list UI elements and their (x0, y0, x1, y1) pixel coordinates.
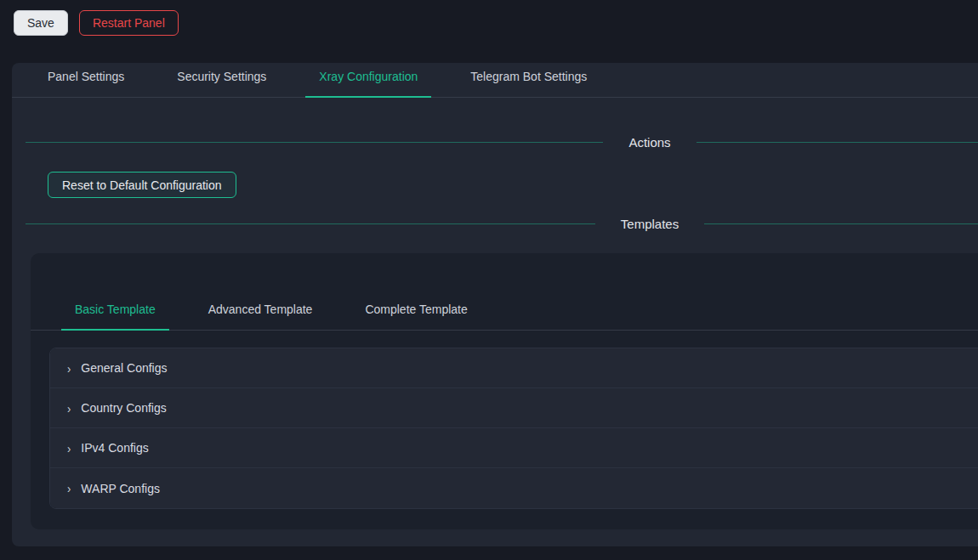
actions-divider-label: Actions (603, 135, 696, 150)
templates-card: Basic Template Advanced Template Complet… (31, 253, 978, 529)
tab-basic-template[interactable]: Basic Template (61, 296, 169, 331)
topbar: Save Restart Panel (0, 0, 978, 42)
collapse-row-country-configs[interactable]: › Country Configs (50, 388, 978, 428)
chevron-right-icon: › (67, 442, 71, 455)
actions-divider: Actions (26, 135, 978, 150)
collapse-row-label: IPv4 Configs (81, 441, 148, 455)
collapse-row-ipv4-configs[interactable]: › IPv4 Configs (50, 428, 978, 468)
chevron-right-icon: › (67, 402, 71, 415)
collapse-row-label: Country Configs (81, 401, 166, 415)
tab-xray-configuration[interactable]: Xray Configuration (305, 63, 431, 98)
tab-panel-settings[interactable]: Panel Settings (34, 63, 138, 97)
settings-tabbar: Panel Settings Security Settings Xray Co… (12, 63, 978, 98)
collapse-row-general-configs[interactable]: › General Configs (50, 348, 978, 388)
chevron-right-icon: › (67, 482, 71, 495)
settings-card: Panel Settings Security Settings Xray Co… (12, 63, 978, 546)
collapse-row-label: WARP Configs (81, 482, 160, 495)
save-button[interactable]: Save (14, 10, 68, 36)
collapse-row-warp-configs[interactable]: › WARP Configs (50, 468, 978, 508)
tab-complete-template[interactable]: Complete Template (351, 296, 480, 330)
templates-tabbar: Basic Template Advanced Template Complet… (31, 296, 978, 331)
reset-default-configuration-button[interactable]: Reset to Default Configuration (48, 172, 236, 198)
chevron-right-icon: › (67, 362, 71, 375)
templates-divider: Templates (26, 217, 978, 231)
tab-telegram-bot-settings[interactable]: Telegram Bot Settings (457, 63, 600, 97)
collapse-row-label: General Configs (81, 361, 167, 375)
configs-collapse: › General Configs › Country Configs › IP… (49, 348, 978, 509)
restart-panel-button[interactable]: Restart Panel (79, 10, 179, 36)
tab-advanced-template[interactable]: Advanced Template (195, 296, 327, 330)
templates-divider-label: Templates (595, 217, 704, 231)
tab-security-settings[interactable]: Security Settings (163, 63, 280, 97)
